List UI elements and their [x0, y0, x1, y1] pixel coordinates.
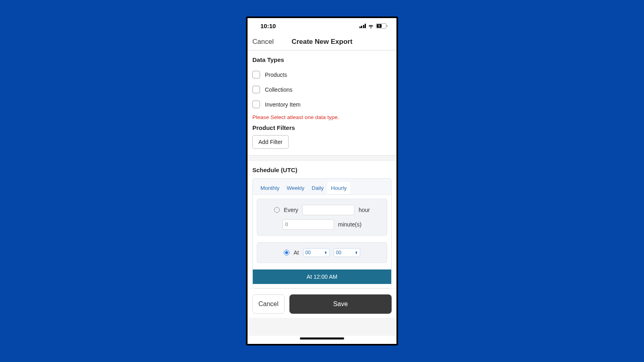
add-filter-button[interactable]: Add Filter [252, 135, 289, 149]
cancel-button[interactable]: Cancel [252, 294, 285, 314]
checkbox-products[interactable]: Products [252, 67, 392, 82]
save-button[interactable]: Save [289, 294, 392, 314]
schedule-summary: At 12:00 AM [253, 269, 391, 284]
schedule-option-at[interactable]: At 00 ▲▼ 00 ▲▼ [257, 242, 387, 263]
checkbox-label: Products [265, 72, 287, 78]
radio-every[interactable] [274, 207, 280, 213]
data-types-error: Please Select atleast one data type. [252, 114, 392, 120]
schedule-card: Schedule (UTC) Monthly Weekly Daily Hour… [248, 160, 396, 289]
checkbox-icon [252, 101, 260, 108]
battery-icon: 5 [376, 23, 388, 29]
checkbox-icon [252, 71, 260, 78]
checkbox-label: Inventory Item [265, 101, 301, 108]
nav-cancel-button[interactable]: Cancel [252, 38, 274, 46]
content-scroll[interactable]: Data Types Products Collections Inventor… [248, 50, 396, 336]
data-types-heading: Data Types [252, 56, 392, 63]
wifi-icon [367, 23, 374, 28]
status-bar: 10:10 5 [248, 18, 396, 33]
checkbox-label: Collections [265, 86, 292, 93]
modal-nav: Cancel Create New Export [248, 33, 396, 50]
every-label: Every [284, 207, 298, 213]
minutes-label: minute(s) [338, 221, 361, 228]
schedule-heading: Schedule (UTC) [252, 167, 392, 173]
schedule-option-every[interactable]: Every hour minute(s) [257, 199, 387, 236]
phone-frame: 10:10 5 Cancel Create New Export Data Ty… [246, 16, 398, 346]
every-hour-input[interactable] [302, 205, 355, 215]
tab-daily[interactable]: Daily [308, 182, 327, 194]
at-hour-select[interactable]: 00 ▲▼ [303, 248, 330, 257]
hour-label: hour [359, 207, 370, 213]
select-arrows-icon: ▲▼ [355, 251, 358, 254]
checkbox-inventory-item[interactable]: Inventory Item [252, 97, 392, 112]
footer-actions: Cancel Save [248, 289, 396, 318]
schedule-tabs: Monthly Weekly Daily Hourly [253, 179, 391, 194]
cellular-bars-icon [359, 24, 366, 28]
radio-at[interactable] [284, 250, 289, 255]
home-indicator [248, 336, 396, 344]
checkbox-collections[interactable]: Collections [252, 82, 392, 97]
at-label: At [293, 249, 299, 256]
product-filters-heading: Product Filters [252, 124, 392, 131]
select-arrows-icon: ▲▼ [324, 251, 327, 254]
home-bar-icon [300, 337, 344, 339]
tab-weekly[interactable]: Weekly [283, 182, 308, 194]
data-types-card: Data Types Products Collections Inventor… [248, 50, 396, 156]
checkbox-icon [252, 86, 260, 93]
page-title: Create New Export [291, 38, 352, 46]
status-time: 10:10 [260, 23, 276, 29]
select-value: 00 [305, 250, 311, 255]
schedule-tabpanel: Every hour minute(s) At [253, 194, 391, 288]
tab-hourly[interactable]: Hourly [327, 182, 350, 194]
select-value: 00 [336, 250, 341, 255]
at-minute-select[interactable]: 00 ▲▼ [334, 248, 360, 257]
tab-monthly[interactable]: Monthly [257, 182, 283, 194]
schedule-box: Monthly Weekly Daily Hourly Every hour [252, 178, 392, 288]
status-icons: 5 [359, 23, 388, 29]
every-minutes-input[interactable] [283, 219, 334, 230]
